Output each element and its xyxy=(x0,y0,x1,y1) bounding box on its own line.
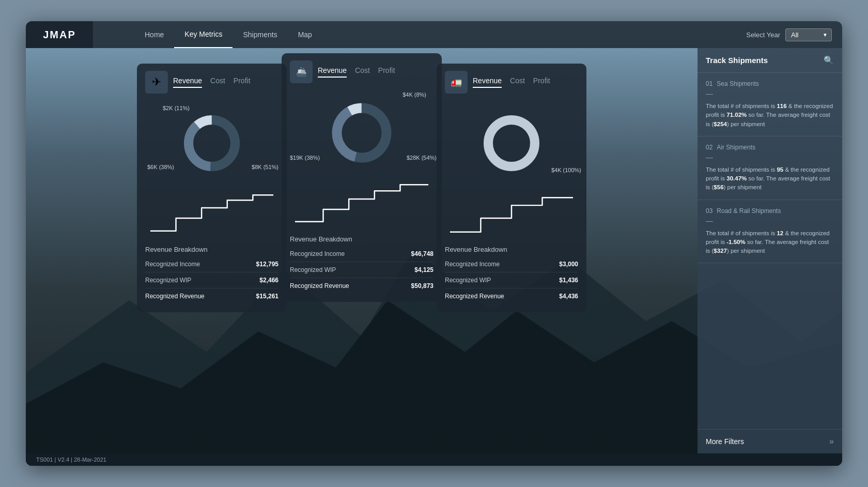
card-sea-donut-area: $4K (8%) $19K (38%) $28K (54%) xyxy=(282,87,442,175)
truck-icon: 🚛 xyxy=(445,71,468,94)
card-sea-tabs: Revenue Cost Profit xyxy=(318,66,395,78)
shipment-roadrail-name: Road & Rail Shipments xyxy=(717,207,781,215)
step-chart-sea-svg xyxy=(290,179,433,226)
tab-air-cost[interactable]: Cost xyxy=(210,77,225,88)
main-nav: Home Key Metrics Shipments Map xyxy=(134,21,322,48)
card-air-tabs: Revenue Cost Profit xyxy=(173,77,251,88)
shipment-sea-dash: — xyxy=(706,89,834,98)
shipment-sea-num: 01 Sea Shipments xyxy=(706,80,834,87)
card-sea-breakdown-title: Revenue Breakdown xyxy=(282,230,442,246)
logo: JMAP xyxy=(26,21,93,48)
card-air-breakdown-title: Revenue Breakdown xyxy=(137,240,287,256)
breakdown-sea-wip: Recognized WIP $4,125 xyxy=(290,262,433,278)
search-icon[interactable]: 🔍 xyxy=(824,55,834,65)
breakdown-air-wip: Recognized WIP $2,466 xyxy=(145,272,278,288)
breakdown-sea-revenue: Recognized Revenue $50,873 xyxy=(290,278,433,294)
tab-truck-profit[interactable]: Profit xyxy=(533,77,550,88)
card-air-donut-area: $2K (11%) $6K (38%) $8K (51%) xyxy=(137,98,287,186)
more-filters-arrow-icon: » xyxy=(829,437,834,446)
shipment-roadrail-num: 03 Road & Rail Shipments xyxy=(706,207,834,215)
card-truck-stepchart xyxy=(445,190,578,236)
year-select[interactable]: All 2021 2020 2019 xyxy=(785,28,832,41)
donut-air-label-2: $6K (38%) xyxy=(147,164,174,170)
card-air-breakdown-table: Recognized Income $12,795 Recognized WIP… xyxy=(137,256,287,304)
sea-icon: 🚢 xyxy=(290,60,313,83)
donut-sea-labels: $4K (8%) $19K (38%) $28K (54%) xyxy=(282,87,442,175)
year-select-wrapper: All 2021 2020 2019 ▼ xyxy=(785,28,832,41)
card-air-header: ✈ Revenue Cost Profit xyxy=(137,64,287,94)
tab-air-revenue[interactable]: Revenue xyxy=(173,77,202,88)
card-truck-breakdown-title: Revenue Breakdown xyxy=(437,240,586,256)
card-sea: 🚢 Revenue Cost Profit $4K (8%) $19K (38%… xyxy=(282,53,442,302)
breakdown-air-revenue: Recognized Revenue $15,261 xyxy=(145,288,278,304)
breakdown-truck-revenue: Recognized Revenue $4,436 xyxy=(445,288,578,304)
shipment-sea: 01 Sea Shipments — The total # of shipme… xyxy=(698,73,842,136)
cards-area: ✈ Revenue Cost Profit $2K (11%) $6K (38%… xyxy=(26,48,698,453)
donut-air-labels: $2K (11%) $6K (38%) $8K (51%) xyxy=(137,98,287,186)
step-chart-air-svg xyxy=(145,190,278,236)
shipment-air-num: 02 Air Shipments xyxy=(706,144,834,151)
card-truck-donut-area: $4K (100%) xyxy=(437,98,586,186)
donut-truck-labels: $4K (100%) xyxy=(437,98,586,186)
tab-sea-revenue[interactable]: Revenue xyxy=(318,66,347,78)
shipment-sea-name: Sea Shipments xyxy=(717,80,758,87)
shipment-road-rail: 03 Road & Rail Shipments — The total # o… xyxy=(698,200,842,264)
card-truck: 🚛 Revenue Cost Profit $4K (100%) xyxy=(437,64,586,312)
right-panel: Track Shipments 🔍 01 Sea Shipments — The… xyxy=(698,48,842,453)
topbar: JMAP Home Key Metrics Shipments Map Sele… xyxy=(26,21,842,48)
shipment-roadrail-dash: — xyxy=(706,217,834,225)
breakdown-truck-wip: Recognized WIP $1,436 xyxy=(445,272,578,288)
breakdown-air-income: Recognized Income $12,795 xyxy=(145,256,278,272)
shipment-air-desc: The total # of shipments is 95 & the rec… xyxy=(706,165,834,192)
shipment-air: 02 Air Shipments — The total # of shipme… xyxy=(698,136,842,200)
logo-text: JMAP xyxy=(43,29,76,41)
tab-truck-cost[interactable]: Cost xyxy=(510,77,525,88)
tab-sea-profit[interactable]: Profit xyxy=(378,66,395,78)
more-filters-label: More Filters xyxy=(706,437,744,446)
card-truck-header: 🚛 Revenue Cost Profit xyxy=(437,64,586,94)
card-truck-tabs: Revenue Cost Profit xyxy=(473,77,550,88)
tab-air-profit[interactable]: Profit xyxy=(234,77,251,88)
shipment-sea-desc: The total # of shipments is 116 & the re… xyxy=(706,102,834,129)
air-icon: ✈ xyxy=(145,71,168,94)
shipment-air-dash: — xyxy=(706,153,834,161)
nav-home[interactable]: Home xyxy=(134,21,174,48)
step-chart-truck-svg xyxy=(445,190,578,236)
donut-air-label-1: $2K (11%) xyxy=(163,105,190,111)
tab-sea-cost[interactable]: Cost xyxy=(355,66,370,78)
donut-air-label-3: $8K (51%) xyxy=(252,164,278,170)
donut-sea-label-2: $19K (38%) xyxy=(290,155,320,161)
donut-truck-label-1: $4K (100%) xyxy=(551,167,581,173)
breakdown-truck-income: Recognized Income $3,000 xyxy=(445,256,578,272)
card-truck-breakdown-table: Recognized Income $3,000 Recognized WIP … xyxy=(437,256,586,304)
nav-shipments[interactable]: Shipments xyxy=(233,21,287,48)
card-air-stepchart xyxy=(145,190,278,236)
nav-map[interactable]: Map xyxy=(288,21,322,48)
panel-title: Track Shipments xyxy=(706,56,768,65)
footer: TS001 | V2.4 | 28-Mar-2021 xyxy=(26,453,842,466)
main-content: ✈ Revenue Cost Profit $2K (11%) $6K (38%… xyxy=(26,48,842,453)
panel-header: Track Shipments 🔍 xyxy=(698,48,842,73)
card-sea-header: 🚢 Revenue Cost Profit xyxy=(282,53,442,83)
year-label: Select Year xyxy=(746,31,780,39)
shipment-roadrail-desc: The total # of shipments is 12 & the rec… xyxy=(706,229,834,256)
donut-sea-label-3: $28K (54%) xyxy=(407,155,437,161)
card-sea-stepchart xyxy=(290,179,433,226)
tab-truck-revenue[interactable]: Revenue xyxy=(473,77,502,88)
nav-key-metrics[interactable]: Key Metrics xyxy=(174,21,233,48)
donut-sea-label-1: $4K (8%) xyxy=(402,92,426,98)
shipment-air-name: Air Shipments xyxy=(717,144,755,151)
breakdown-sea-income: Recognized Income $46,748 xyxy=(290,246,433,262)
card-air: ✈ Revenue Cost Profit $2K (11%) $6K (38%… xyxy=(137,64,287,312)
footer-text: TS001 | V2.4 | 28-Mar-2021 xyxy=(36,456,106,463)
more-filters-button[interactable]: More Filters » xyxy=(698,429,842,453)
card-sea-breakdown-table: Recognized Income $46,748 Recognized WIP… xyxy=(282,246,442,294)
year-selector: Select Year All 2021 2020 2019 ▼ xyxy=(746,28,832,41)
